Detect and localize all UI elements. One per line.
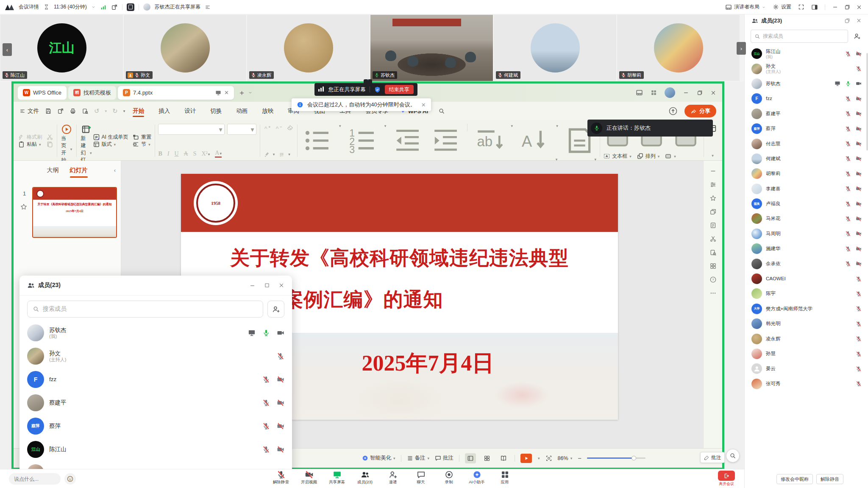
mic-muted-icon[interactable]: [845, 261, 851, 267]
minimize-button[interactable]: [832, 4, 838, 10]
cloud-upload-icon[interactable]: [668, 106, 678, 116]
wps-close-button[interactable]: [710, 90, 716, 96]
slide-thumbnail[interactable]: 关于转发《高校科研领域违纪违法典型案例汇编》的通知 2025年7月4日: [32, 187, 117, 238]
notes-icon[interactable]: [709, 222, 717, 229]
textbox-button[interactable]: A文本框▾: [603, 153, 632, 160]
panel-search-input[interactable]: 搜索成员: [27, 301, 263, 318]
menu-tab-设计[interactable]: 设计: [184, 104, 197, 118]
mic-muted-icon[interactable]: [856, 381, 862, 387]
mic-muted-icon[interactable]: [845, 246, 851, 252]
screen-icon[interactable]: [248, 329, 256, 337]
italic-button[interactable]: I: [167, 151, 170, 157]
toolbar-record-button[interactable]: 录制: [440, 470, 458, 485]
meeting-timer[interactable]: 11:36 (40分钟): [54, 3, 87, 11]
reading-view-button[interactable]: [498, 453, 509, 463]
cam-off-icon[interactable]: [856, 246, 862, 252]
slideshow-options-icon[interactable]: ▾: [538, 456, 540, 460]
wps-layout-icon[interactable]: [636, 89, 643, 96]
close-button[interactable]: [856, 4, 862, 10]
mic-muted-icon[interactable]: [845, 156, 851, 162]
cam-off-icon[interactable]: [856, 96, 862, 102]
share-bar-collapse-notch[interactable]: ⌃: [364, 79, 372, 83]
slide-sorter-button[interactable]: [481, 453, 492, 463]
mic-muted-icon[interactable]: [262, 446, 270, 453]
tab-list-icon[interactable]: [248, 90, 253, 95]
cam-off-icon[interactable]: [856, 261, 862, 267]
strike-button[interactable]: A: [184, 151, 188, 157]
sidebar-member-row[interactable]: 孙文(主持人): [745, 61, 868, 76]
clear-format-button[interactable]: [287, 124, 294, 131]
print-icon[interactable]: [70, 108, 76, 114]
leave-meeting-button[interactable]: 离开会议: [715, 471, 737, 487]
tab-outline[interactable]: 大纲: [47, 167, 59, 174]
sidebar-member-row[interactable]: 何建斌: [745, 151, 868, 166]
bold-button[interactable]: B: [158, 151, 162, 157]
cam-off-icon[interactable]: [856, 231, 862, 237]
rename-button[interactable]: 修改会中昵称: [776, 474, 813, 484]
video-tile-何建斌[interactable]: 何建斌: [494, 15, 616, 81]
screen-icon[interactable]: [835, 81, 840, 86]
normal-view-button[interactable]: [465, 453, 476, 463]
sharing-menu-icon[interactable]: [205, 4, 211, 10]
phonetic-guide-button[interactable]: 拼▾: [279, 151, 290, 158]
sidebar-member-row[interactable]: 胡黎莉: [745, 166, 868, 181]
sidebar-member-row[interactable]: 大学樊方成+闽南师范大学: [745, 301, 868, 316]
sidebar-member-row[interactable]: 马周明: [745, 226, 868, 241]
mic-muted-icon[interactable]: [845, 231, 851, 237]
mic-muted-icon[interactable]: [845, 96, 851, 102]
mic-muted-icon[interactable]: [262, 422, 270, 430]
zoom-level[interactable]: 86%▾: [558, 455, 573, 461]
new-slide-button[interactable]: 新建幻灯片▾: [80, 123, 93, 159]
cam-off-icon[interactable]: [277, 422, 284, 430]
char-spacing-icon[interactable]: ab: [472, 124, 506, 157]
collapse-icon[interactable]: [709, 167, 717, 175]
meeting-details-link[interactable]: 会议详情: [19, 3, 39, 11]
sidebar-add-member-button[interactable]: [851, 33, 862, 40]
sidebar-close-icon[interactable]: [856, 18, 862, 23]
underline-button[interactable]: U: [174, 151, 178, 157]
sidebar-member-row[interactable]: 凌永辉: [745, 331, 868, 346]
copy-button[interactable]: [46, 141, 53, 148]
mic-muted-icon[interactable]: [262, 376, 270, 383]
wps-tab-7.4.pptx[interactable]: P7.4.pptx✕: [118, 86, 234, 100]
mic-muted-icon[interactable]: [845, 51, 851, 57]
toolbar-apps-button[interactable]: 应用: [496, 470, 514, 485]
cam-off-icon[interactable]: [856, 51, 862, 57]
cam-on-icon[interactable]: [856, 81, 862, 86]
cam-off-icon[interactable]: [856, 216, 862, 222]
print-preview-icon[interactable]: [82, 108, 89, 114]
mic-muted-icon[interactable]: [856, 291, 862, 297]
sidebar-search-input[interactable]: 搜索成员: [751, 30, 848, 43]
wps-tab-找稻壳模板[interactable]: 稻找稻壳模板: [68, 86, 116, 100]
video-tile-孙文[interactable]: 孙文: [124, 15, 246, 81]
panel-maximize-icon[interactable]: [264, 282, 270, 288]
sidebar-scrollbar[interactable]: [866, 53, 868, 151]
magnifier-button[interactable]: [726, 449, 739, 462]
unmute-button[interactable]: 解除静音: [816, 474, 843, 484]
wps-tab-WPS Office[interactable]: WWPS Office: [18, 86, 67, 100]
zoom-slider[interactable]: [587, 457, 645, 459]
cam-off-icon[interactable]: [277, 399, 284, 407]
font-family-select[interactable]: ▾: [158, 124, 225, 135]
wps-share-button[interactable]: 分享: [684, 105, 716, 117]
video-tile-陈江山[interactable]: 江山陈江山: [0, 15, 123, 81]
toolbar-invite-button[interactable]: 邀请: [384, 470, 402, 485]
fullscreen-icon[interactable]: [798, 4, 804, 10]
sidebar-member-row[interactable]: 马米花: [745, 211, 868, 226]
emoji-button[interactable]: [64, 473, 76, 485]
sidebar-member-row[interactable]: 苏钦杰: [745, 76, 868, 91]
toast-close-icon[interactable]: ✕: [421, 102, 426, 108]
quick-style-button[interactable]: ▾: [665, 153, 676, 160]
sidebar-member-row[interactable]: 晏云: [745, 361, 868, 376]
mic-muted-icon[interactable]: [262, 399, 270, 407]
mic-muted-icon[interactable]: [845, 216, 851, 222]
mic-on-icon[interactable]: [262, 329, 270, 337]
sidebar-member-row[interactable]: 蔡建平: [745, 106, 868, 121]
docer-box-icon[interactable]: [651, 89, 657, 96]
search-icon[interactable]: [438, 108, 445, 114]
layers-icon[interactable]: [709, 208, 717, 215]
wps-account-avatar[interactable]: [665, 87, 675, 98]
find-icon[interactable]: [709, 249, 717, 256]
sidebar-member-row[interactable]: 韩光明: [745, 316, 868, 331]
redo-button[interactable]: ↻: [112, 107, 118, 115]
